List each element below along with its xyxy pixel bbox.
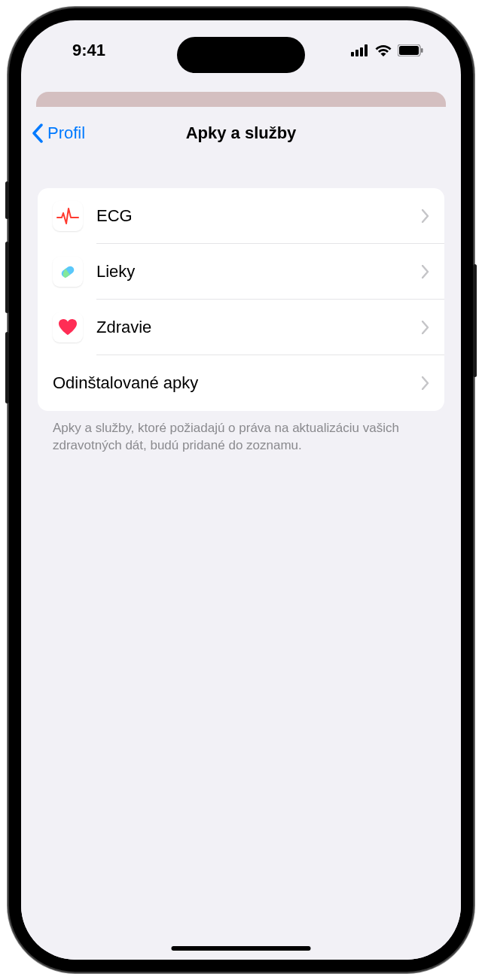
svg-rect-5 bbox=[399, 46, 419, 55]
svg-rect-1 bbox=[355, 50, 358, 56]
list-item-uninstalled[interactable]: Odinštalované apky bbox=[38, 355, 444, 411]
back-label: Profil bbox=[47, 123, 85, 143]
status-time: 9:41 bbox=[59, 41, 105, 60]
home-indicator[interactable] bbox=[172, 946, 311, 951]
dynamic-island bbox=[177, 37, 305, 73]
back-button[interactable]: Profil bbox=[32, 123, 85, 143]
list-item-ecg[interactable]: ECG bbox=[38, 188, 444, 244]
silent-switch[interactable] bbox=[5, 181, 9, 219]
list-item-label: ECG bbox=[96, 206, 422, 226]
list-item-medications[interactable]: Lieky bbox=[38, 244, 444, 300]
svg-rect-6 bbox=[421, 48, 423, 53]
ecg-icon bbox=[53, 201, 83, 231]
chevron-right-icon bbox=[422, 265, 429, 278]
pill-icon bbox=[53, 257, 83, 287]
apps-list: ECG bbox=[38, 188, 444, 411]
chevron-right-icon bbox=[422, 376, 429, 390]
list-item-label: Odinštalované apky bbox=[53, 373, 422, 393]
content-area: ECG bbox=[21, 160, 461, 464]
nav-title: Apky a služby bbox=[21, 123, 461, 143]
screen: 9:41 bbox=[21, 20, 461, 960]
phone-frame: 9:41 bbox=[9, 8, 473, 972]
svg-rect-3 bbox=[365, 44, 368, 56]
heart-icon bbox=[53, 312, 83, 342]
list-item-health[interactable]: Zdravie bbox=[38, 300, 444, 355]
modal-sheet: Profil Apky a služby ECG bbox=[21, 107, 461, 960]
nav-bar: Profil Apky a služby bbox=[21, 107, 461, 160]
chevron-right-icon bbox=[422, 209, 429, 223]
list-item-label: Lieky bbox=[96, 262, 422, 282]
volume-down-button[interactable] bbox=[5, 332, 9, 403]
status-icons bbox=[351, 44, 423, 56]
battery-icon bbox=[398, 44, 423, 56]
wifi-icon bbox=[375, 44, 392, 56]
power-button[interactable] bbox=[473, 264, 477, 377]
chevron-right-icon bbox=[422, 321, 429, 334]
footer-text: Apky a služby, ktoré požiadajú o práva n… bbox=[38, 411, 444, 464]
svg-rect-0 bbox=[351, 52, 354, 56]
chevron-left-icon bbox=[32, 123, 44, 143]
list-item-label: Zdravie bbox=[96, 318, 422, 337]
volume-up-button[interactable] bbox=[5, 242, 9, 313]
svg-rect-2 bbox=[360, 47, 363, 56]
cellular-icon bbox=[351, 44, 369, 56]
